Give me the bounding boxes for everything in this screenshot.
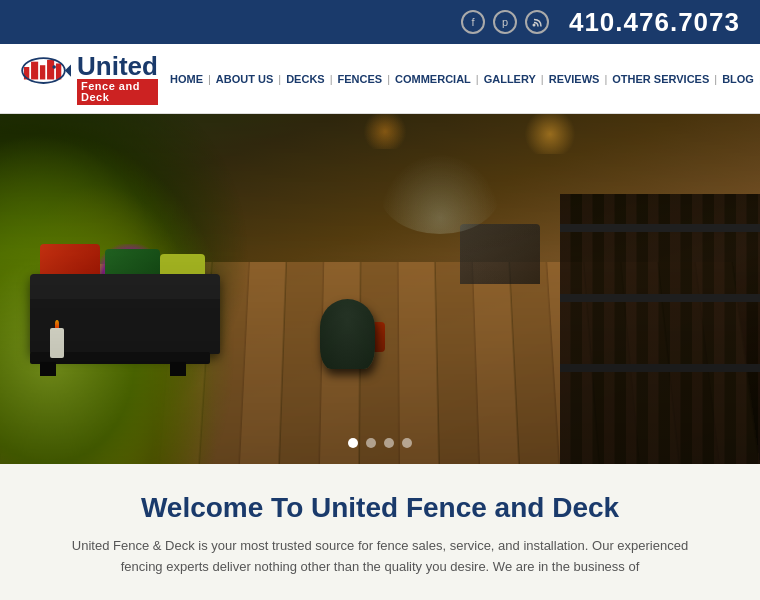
nav-sep-1: | (208, 73, 211, 85)
nav-other[interactable]: OTHER SERVICES (608, 71, 713, 87)
nav-home[interactable]: HOME (166, 71, 207, 87)
pinterest-icon[interactable]: p (493, 10, 517, 34)
svg-rect-2 (31, 62, 38, 80)
dot-2[interactable] (366, 438, 376, 448)
nav-sep-3: | (330, 73, 333, 85)
hero-overlay (0, 114, 760, 464)
top-bar: f p 410.476.7073 (0, 0, 760, 44)
nav-fences[interactable]: FENCES (334, 71, 387, 87)
logo-text-area: United Fence and Deck (77, 53, 158, 105)
nav-gallery[interactable]: GALLERY (480, 71, 540, 87)
nav-about[interactable]: ABOUT US (212, 71, 277, 87)
svg-rect-4 (47, 60, 54, 80)
welcome-title: Welcome To United Fence and Deck (40, 492, 720, 524)
dot-3[interactable] (384, 438, 394, 448)
nav-sep-7: | (604, 73, 607, 85)
nav-sep-8: | (714, 73, 717, 85)
welcome-section: Welcome To United Fence and Deck United … (0, 464, 760, 600)
header: United Fence and Deck HOME | ABOUT US | … (0, 44, 760, 114)
rss-icon[interactable] (525, 10, 549, 34)
hero-slider (0, 114, 760, 464)
svg-point-0 (532, 24, 535, 27)
welcome-text: United Fence & Deck is your most trusted… (55, 536, 705, 578)
nav-reviews[interactable]: REVIEWS (545, 71, 604, 87)
svg-point-8 (52, 65, 56, 69)
logo-fence-text: Fence and Deck (77, 79, 158, 105)
nav-commercial[interactable]: COMMERCIAL (391, 71, 475, 87)
dot-1[interactable] (348, 438, 358, 448)
nav-blog[interactable]: BLOG (718, 71, 758, 87)
nav-sep-4: | (387, 73, 390, 85)
phone-number[interactable]: 410.476.7073 (569, 7, 740, 38)
nav-sep-2: | (278, 73, 281, 85)
svg-rect-3 (40, 65, 45, 79)
svg-marker-7 (65, 63, 71, 77)
nav-sep-6: | (541, 73, 544, 85)
hero-dots (348, 438, 412, 448)
main-nav: HOME | ABOUT US | DECKS | FENCES | COMME… (166, 71, 760, 87)
logo-icon (16, 51, 71, 106)
social-icons: f p (461, 10, 549, 34)
logo-united-text: United (77, 53, 158, 79)
nav-decks[interactable]: DECKS (282, 71, 329, 87)
facebook-icon[interactable]: f (461, 10, 485, 34)
nav-sep-5: | (476, 73, 479, 85)
dot-4[interactable] (402, 438, 412, 448)
logo-area[interactable]: United Fence and Deck (16, 51, 156, 106)
